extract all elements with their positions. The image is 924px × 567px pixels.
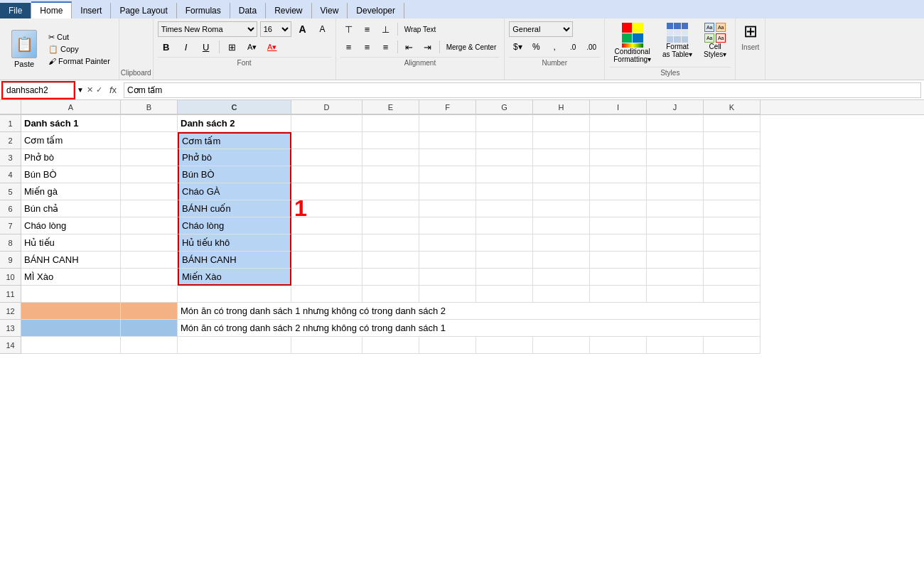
wrap-text-button[interactable]: Wrap Text xyxy=(401,21,440,37)
cell-styles-button[interactable]: Aa Aa Aa Aa CellStyles▾ xyxy=(699,21,731,60)
cell-b3[interactable] xyxy=(121,149,178,166)
cell-h14[interactable] xyxy=(533,337,590,354)
cell-h1[interactable] xyxy=(533,115,590,132)
cell-j7[interactable] xyxy=(647,217,704,234)
cell-b8[interactable] xyxy=(121,234,178,252)
cell-g5[interactable] xyxy=(476,183,533,200)
col-header-f[interactable]: F xyxy=(419,100,476,114)
tab-insert[interactable]: Insert xyxy=(72,3,111,18)
align-bottom-button[interactable]: ⊥ xyxy=(377,21,394,37)
col-header-h[interactable]: H xyxy=(533,100,590,114)
decrease-font-button[interactable]: A xyxy=(314,21,331,37)
format-table-button[interactable]: Formatas Table▾ xyxy=(658,21,697,60)
cell-f11[interactable] xyxy=(419,286,476,303)
cell-k10[interactable] xyxy=(704,269,761,286)
cell-g2[interactable] xyxy=(476,132,533,149)
cell-c4[interactable]: Bún BÒ xyxy=(178,166,291,183)
cell-a10[interactable]: MÌ Xào xyxy=(21,269,121,286)
percent-button[interactable]: % xyxy=(527,39,544,55)
font-color-button[interactable]: A▾ xyxy=(264,39,281,55)
cell-f14[interactable] xyxy=(419,337,476,354)
cell-f2[interactable] xyxy=(419,132,476,149)
align-top-button[interactable]: ⊤ xyxy=(340,21,358,37)
cell-e2[interactable] xyxy=(362,132,419,149)
number-format-select[interactable]: General xyxy=(509,21,573,37)
cell-b7[interactable] xyxy=(121,217,178,234)
cell-d14[interactable] xyxy=(291,337,362,354)
align-middle-button[interactable]: ≡ xyxy=(359,21,376,37)
cell-j5[interactable] xyxy=(647,183,704,200)
cell-b14[interactable] xyxy=(121,337,178,354)
cell-a12[interactable] xyxy=(21,303,121,320)
tab-page-layout[interactable]: Page Layout xyxy=(111,3,176,18)
cell-a3[interactable]: Phở bò xyxy=(21,149,121,166)
cell-b2[interactable] xyxy=(121,132,178,149)
tab-data[interactable]: Data xyxy=(230,3,266,18)
dollar-button[interactable]: $▾ xyxy=(509,39,526,55)
cell-i4[interactable] xyxy=(590,166,647,183)
cell-g4[interactable] xyxy=(476,166,533,183)
cell-j2[interactable] xyxy=(647,132,704,149)
cell-i6[interactable] xyxy=(590,200,647,217)
cell-i9[interactable] xyxy=(590,252,647,269)
cell-h11[interactable] xyxy=(533,286,590,303)
col-header-g[interactable]: G xyxy=(476,100,533,114)
increase-font-button[interactable]: A xyxy=(294,21,311,37)
cell-d3[interactable] xyxy=(291,149,362,166)
cell-h5[interactable] xyxy=(533,183,590,200)
increase-decimal-button[interactable]: .00 xyxy=(583,39,600,55)
cell-e8[interactable] xyxy=(362,234,419,252)
format-painter-button[interactable]: 🖌 Format Painter xyxy=(45,56,113,66)
cell-g8[interactable] xyxy=(476,234,533,252)
cell-c7[interactable]: Cháo lòng xyxy=(178,217,291,234)
cell-h8[interactable] xyxy=(533,234,590,252)
cell-b10[interactable] xyxy=(121,269,178,286)
italic-button[interactable]: I xyxy=(178,39,195,55)
cell-f7[interactable] xyxy=(419,217,476,234)
col-header-b[interactable]: B xyxy=(121,100,178,114)
cell-a14[interactable] xyxy=(21,337,121,354)
align-left-button[interactable]: ≡ xyxy=(340,39,358,55)
decrease-decimal-button[interactable]: .0 xyxy=(564,39,581,55)
cell-i11[interactable] xyxy=(590,286,647,303)
name-box-expand[interactable]: ▼ xyxy=(77,86,84,94)
cell-g6[interactable] xyxy=(476,200,533,217)
cell-d8[interactable] xyxy=(291,234,362,252)
cell-a11[interactable] xyxy=(21,286,121,303)
cell-e11[interactable] xyxy=(362,286,419,303)
cell-i3[interactable] xyxy=(590,149,647,166)
cell-a6[interactable]: Bún chả xyxy=(21,200,121,217)
cell-b4[interactable] xyxy=(121,166,178,183)
cell-f5[interactable] xyxy=(419,183,476,200)
cell-j8[interactable] xyxy=(647,234,704,252)
indent-increase-button[interactable]: ⇥ xyxy=(419,39,436,55)
indent-decrease-button[interactable]: ⇤ xyxy=(401,39,418,55)
cell-k5[interactable] xyxy=(704,183,761,200)
cell-c3[interactable]: Phở bò xyxy=(178,149,291,166)
col-header-c[interactable]: C xyxy=(178,100,291,114)
cell-c8[interactable]: Hủ tiếu khô xyxy=(178,234,291,252)
cell-a2[interactable]: Cơm tấm xyxy=(21,132,121,149)
cell-f4[interactable] xyxy=(419,166,476,183)
cell-k11[interactable] xyxy=(704,286,761,303)
tab-file[interactable]: File xyxy=(0,3,31,18)
cell-f8[interactable] xyxy=(419,234,476,252)
tab-review[interactable]: Review xyxy=(266,3,311,18)
cell-f6[interactable] xyxy=(419,200,476,217)
cell-j1[interactable] xyxy=(647,115,704,132)
cell-e6[interactable] xyxy=(362,200,419,217)
cell-k7[interactable] xyxy=(704,217,761,234)
cell-i14[interactable] xyxy=(590,337,647,354)
cell-i5[interactable] xyxy=(590,183,647,200)
cell-a1[interactable]: Danh sách 1 xyxy=(21,115,121,132)
cell-c6[interactable]: BÁNH cuốn xyxy=(178,200,291,217)
cell-e5[interactable] xyxy=(362,183,419,200)
cell-d7[interactable] xyxy=(291,217,362,234)
cell-b1[interactable] xyxy=(121,115,178,132)
cell-d2[interactable] xyxy=(291,132,362,149)
col-header-a[interactable]: A xyxy=(21,100,121,114)
cell-g14[interactable] xyxy=(476,337,533,354)
font-size-select[interactable]: 16 xyxy=(260,21,291,37)
tab-view[interactable]: View xyxy=(312,3,348,18)
cell-j6[interactable] xyxy=(647,200,704,217)
